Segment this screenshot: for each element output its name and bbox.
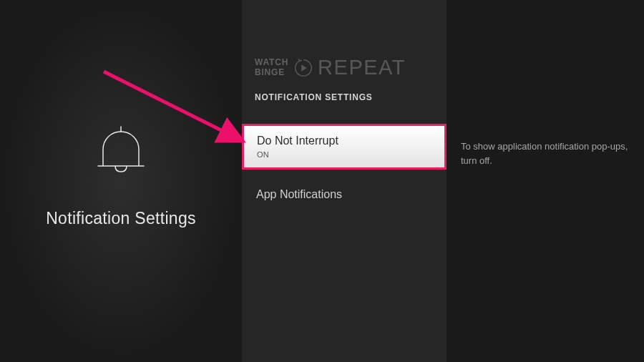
watermark-right: REPEAT [318, 56, 406, 79]
middle-panel: WATCH BINGE REPEAT NOTIFICATION SETTINGS… [242, 0, 447, 362]
menu-item-title: App Notifications [256, 188, 432, 201]
svg-marker-0 [301, 64, 307, 71]
watermark-line2: BINGE [255, 68, 288, 78]
left-panel: Notification Settings [0, 0, 242, 362]
right-panel: To show application notification pop-ups… [447, 0, 644, 362]
menu-item-app-notifications[interactable]: App Notifications [242, 178, 447, 211]
section-header: NOTIFICATION SETTINGS [255, 92, 447, 102]
bell-icon [78, 105, 164, 191]
help-text: To show application notification pop-ups… [461, 140, 630, 167]
repeat-play-icon [293, 57, 314, 79]
watermark-logo: WATCH BINGE REPEAT [255, 56, 447, 79]
menu-item-status: ON [257, 150, 431, 159]
watermark-line1: WATCH [255, 58, 288, 68]
menu-item-title: Do Not Interrupt [257, 134, 431, 147]
page-title: Notification Settings [46, 209, 196, 228]
menu-item-do-not-interrupt[interactable]: Do Not Interrupt ON [242, 124, 447, 170]
